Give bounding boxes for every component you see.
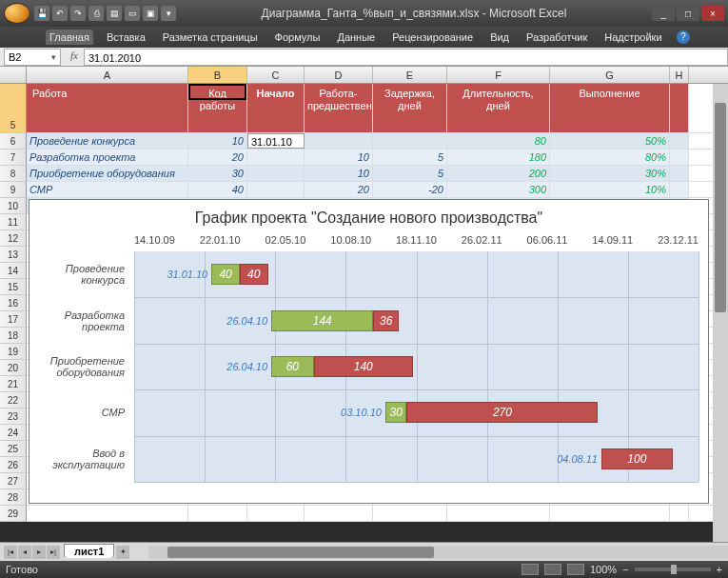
cell[interactable]: 300 [447,182,550,197]
row-header-7[interactable]: 7 [0,149,27,166]
cell[interactable]: 30 [188,166,247,181]
row-header-6[interactable]: 6 [0,133,27,149]
row-header-25[interactable]: 25 [0,441,27,457]
sheet-nav-last[interactable]: ▸| [47,546,60,559]
cell[interactable]: 20 [305,182,373,197]
col-header-G[interactable]: G [550,67,670,83]
cell[interactable] [670,84,689,132]
cell[interactable] [305,506,373,521]
cell[interactable] [247,149,305,165]
cell[interactable]: 31.01.10 [247,133,305,149]
cell[interactable]: 50% [550,133,670,149]
view-normal-icon[interactable] [521,564,539,575]
cell[interactable]: Задержка, дней [373,84,447,132]
sheet-tab-active[interactable]: лист1 [64,544,114,558]
sheet-nav-next[interactable]: ▸ [32,546,46,559]
qat-undo-icon[interactable]: ↶ [52,6,68,21]
vertical-scrollbar[interactable] [713,84,728,542]
cell[interactable]: 20 [188,149,247,165]
qat-new-icon[interactable]: ▭ [125,6,140,21]
bar-complete[interactable]: 40 [211,264,240,285]
cell[interactable]: 40 [188,182,247,197]
zoom-slider[interactable] [635,568,711,571]
cell[interactable]: Проведение конкурса [27,133,188,149]
qat-preview-icon[interactable]: ▤ [107,6,122,21]
cell[interactable] [373,506,447,521]
row-header-10[interactable]: 10 [0,198,27,214]
cell[interactable]: Разработка проекта [27,149,188,165]
view-pagebreak-icon[interactable] [567,564,584,575]
sheet-nav-first[interactable]: |◂ [4,546,17,559]
row-header-11[interactable]: 11 [0,214,27,230]
cell[interactable]: 200 [447,166,550,181]
row-header-29[interactable]: 29 [0,506,27,522]
select-all-corner[interactable] [0,67,27,83]
bar-remaining[interactable]: 140 [314,356,413,377]
ribbon-tab-1[interactable]: Вставка [103,30,149,45]
cell[interactable]: -20 [373,182,447,197]
cell[interactable] [247,166,305,181]
cell[interactable]: 10% [550,182,670,197]
ribbon-tab-2[interactable]: Разметка страницы [159,30,262,45]
row-header-19[interactable]: 19 [0,344,27,360]
row-header-20[interactable]: 20 [0,360,27,376]
bar-complete[interactable]: 60 [271,356,313,377]
cell[interactable]: 10 [188,133,247,149]
zoom-level[interactable]: 100% [590,564,617,575]
horizontal-scrollbar[interactable] [148,546,728,559]
cell[interactable] [670,506,689,521]
bar-complete[interactable]: 144 [271,310,373,331]
col-header-H[interactable]: H [670,67,689,83]
cell[interactable] [305,133,373,149]
maximize-button[interactable]: □ [677,6,699,21]
cell[interactable] [247,182,305,197]
cell[interactable] [373,133,447,149]
cell[interactable]: 10 [305,149,373,165]
cell[interactable] [670,182,689,197]
row-header-22[interactable]: 22 [0,392,27,409]
row-header-21[interactable]: 21 [0,376,27,392]
fx-icon[interactable]: fx [67,50,82,65]
col-header-F[interactable]: F [447,67,550,83]
cell[interactable]: Приобретение оборудования [27,166,188,181]
row-header-27[interactable]: 27 [0,473,27,489]
cell[interactable]: Работа [27,84,188,132]
cell[interactable] [188,506,247,521]
ribbon-tab-4[interactable]: Данные [333,30,379,45]
bar-remaining[interactable]: 36 [373,310,399,331]
qat-print-icon[interactable]: ⎙ [89,6,104,21]
cell[interactable] [670,133,689,149]
sheet-nav-prev[interactable]: ◂ [18,546,31,559]
zoom-in-button[interactable]: + [717,564,722,575]
bar-remaining[interactable]: 100 [601,448,673,469]
qat-save-icon[interactable]: 💾 [34,6,49,21]
office-button[interactable] [4,3,30,24]
cell[interactable] [447,506,550,521]
cell[interactable] [27,506,188,521]
row-header-9[interactable]: 9 [0,182,27,198]
row-header-14[interactable]: 14 [0,263,27,279]
cell[interactable]: 10 [305,166,373,181]
ribbon-tab-3[interactable]: Формулы [271,30,325,45]
row-header-8[interactable]: 8 [0,166,27,182]
row-header-16[interactable]: 16 [0,295,27,311]
cell[interactable]: 5 [373,149,447,165]
row-header-18[interactable]: 18 [0,328,27,344]
cell[interactable]: Длительность, дней [447,84,550,132]
cell[interactable]: Код работы [188,84,247,132]
cell[interactable]: 80% [550,149,670,165]
ribbon-tab-6[interactable]: Вид [486,30,513,45]
ribbon-tab-7[interactable]: Разработчик [522,30,591,45]
name-box[interactable]: B2 [4,49,61,66]
view-layout-icon[interactable] [544,564,561,575]
cell[interactable]: 30% [550,166,670,181]
col-header-E[interactable]: E [373,67,447,83]
cell[interactable] [670,149,689,165]
qat-more-icon[interactable]: ▾ [161,6,176,21]
bar-remaining[interactable]: 270 [406,402,598,423]
row-header-23[interactable]: 23 [0,409,27,425]
zoom-out-button[interactable]: − [622,564,628,575]
col-header-A[interactable]: A [27,67,188,83]
minimize-button[interactable]: _ [652,6,675,21]
cell[interactable] [550,506,670,521]
